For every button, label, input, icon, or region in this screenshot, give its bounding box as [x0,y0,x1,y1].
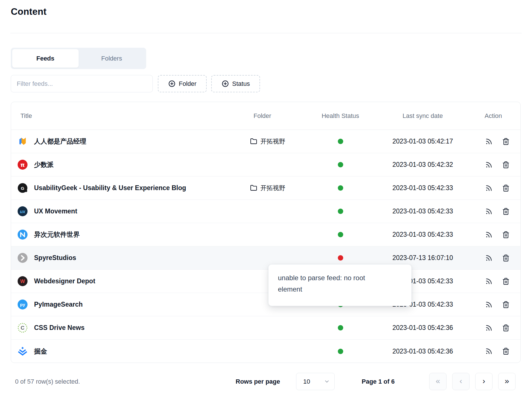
last-sync-date: 2023-07-13 16:07:10 [363,254,482,262]
feed-title-cell: Webdesigner Depot [11,276,250,287]
rows-per-page-label: Rows per page [236,363,280,395]
next-page-button[interactable]: › [475,373,493,390]
feed-title: 人人都是产品经理 [34,137,86,146]
feed-title: Webdesigner Depot [34,277,95,285]
action-cell [482,161,520,169]
rows-per-page-select[interactable]: 10 [296,373,335,390]
action-cell [482,208,520,215]
health-status-dot[interactable] [338,209,343,214]
feed-title: UX Movement [34,207,77,215]
rss-refresh-icon[interactable] [485,138,493,145]
last-sync-date: 2023-01-03 05:42:17 [363,138,482,145]
plus-circle-icon [168,80,176,88]
action-cell [482,231,520,238]
table-body: 人人都是产品经理 开拓视野 2023-01-03 05:42:17 少数派 20… [11,130,520,363]
delete-trash-icon[interactable] [502,138,510,145]
feed-favicon-icon [17,206,28,217]
rss-refresh-icon[interactable] [485,278,493,285]
delete-trash-icon[interactable] [502,184,510,192]
action-cell [482,138,520,145]
health-status-cell [318,325,363,330]
folder-name: 开拓视野 [260,184,285,192]
feed-folder-cell: 开拓视野 [250,137,318,146]
health-status-cell [318,185,363,191]
column-header-action: Action [482,112,520,120]
delete-trash-icon[interactable] [502,208,510,215]
last-sync-date: 2023-01-03 05:42:33 [363,207,482,215]
health-status-dot[interactable] [338,349,343,354]
action-cell [482,324,520,332]
health-status-dot[interactable] [338,325,343,330]
health-status-cell [318,139,363,144]
tooltip-text: unable to parse feed: no root element [278,272,386,295]
feed-title-cell: 异次元软件世界 [11,229,250,240]
column-header-last-sync: Last sync date [363,112,482,120]
plus-circle-icon [221,80,229,88]
table-row[interactable]: SpyreStudios 2023-07-13 16:07:10 [11,246,520,270]
selection-count: 0 of 57 row(s) selected. [15,363,80,395]
folder-name: 开拓视野 [260,137,285,146]
rss-refresh-icon[interactable] [485,301,493,308]
feed-folder-cell: 开拓视野 [250,184,318,192]
feed-title-cell: UX Movement [11,206,250,217]
health-status-dot[interactable] [338,139,343,144]
filter-feeds-input[interactable] [11,75,153,92]
delete-trash-icon[interactable] [502,278,510,285]
rss-refresh-icon[interactable] [485,348,493,355]
feed-title-cell: UsabilityGeek - Usability & User Experie… [11,182,250,194]
action-cell [482,254,520,262]
rss-refresh-icon[interactable] [485,184,493,192]
rss-refresh-icon[interactable] [485,324,493,332]
last-sync-date: 2023-01-03 05:42:33 [363,231,482,238]
delete-trash-icon[interactable] [502,254,510,262]
feed-title: 异次元软件世界 [34,230,80,239]
health-status-dot[interactable] [338,255,343,261]
first-page-button: « [429,373,447,390]
table-row[interactable]: 人人都是产品经理 开拓视野 2023-01-03 05:42:17 [11,130,520,153]
delete-trash-icon[interactable] [502,324,510,332]
health-status-dot[interactable] [338,232,343,237]
table-row[interactable]: 掘金 2023-01-03 05:42:36 [11,340,520,363]
last-sync-date: 2023-01-03 05:42:36 [363,348,482,355]
page-title: Content [11,6,47,17]
delete-trash-icon[interactable] [502,301,510,308]
health-status-cell [318,349,363,354]
add-status-filter-button[interactable]: Status [211,75,260,92]
feed-title: CSS Drive News [34,324,85,332]
health-status-dot[interactable] [338,185,343,191]
health-status-cell [318,209,363,214]
rss-refresh-icon[interactable] [485,161,493,169]
table-row[interactable]: UX Movement 2023-01-03 05:42:33 [11,200,520,223]
rss-refresh-icon[interactable] [485,208,493,215]
action-cell [482,278,520,285]
table-row[interactable]: PyImageSearch 2023-01-03 05:42:33 [11,293,520,316]
last-sync-date: 2023-01-03 05:42:32 [363,161,482,169]
folder-icon [250,138,257,145]
rss-refresh-icon[interactable] [485,254,493,262]
add-folder-filter-button[interactable]: Folder [158,75,207,92]
delete-trash-icon[interactable] [502,231,510,238]
folder-button-label: Folder [179,80,196,88]
table-row[interactable]: CSS Drive News 2023-01-03 05:42:36 [11,316,520,340]
table-row[interactable]: UsabilityGeek - Usability & User Experie… [11,176,520,200]
feed-title: UsabilityGeek - Usability & User Experie… [34,184,186,192]
health-status-cell [318,162,363,167]
delete-trash-icon[interactable] [502,161,510,169]
chevron-down-icon [324,379,330,384]
table-row[interactable]: 异次元软件世界 2023-01-03 05:42:33 [11,223,520,246]
delete-trash-icon[interactable] [502,348,510,355]
pagination: « ‹ › » [429,373,516,390]
action-cell [482,184,520,192]
table-row[interactable]: Webdesigner Depot 2023-01-03 05:42:33 [11,270,520,293]
table-footer: 0 of 57 row(s) selected. Rows per page 1… [0,363,532,395]
tab-feeds[interactable]: Feeds [12,49,79,68]
table-row[interactable]: 少数派 2023-01-03 05:42:32 [11,153,520,176]
status-button-label: Status [232,80,250,88]
health-status-dot[interactable] [338,162,343,167]
feed-title: 掘金 [34,347,47,356]
last-page-button[interactable]: » [498,373,516,390]
feed-title-cell: 少数派 [11,159,250,170]
feed-favicon-icon [17,299,28,310]
rss-refresh-icon[interactable] [485,231,493,238]
tab-folders[interactable]: Folders [79,49,145,68]
